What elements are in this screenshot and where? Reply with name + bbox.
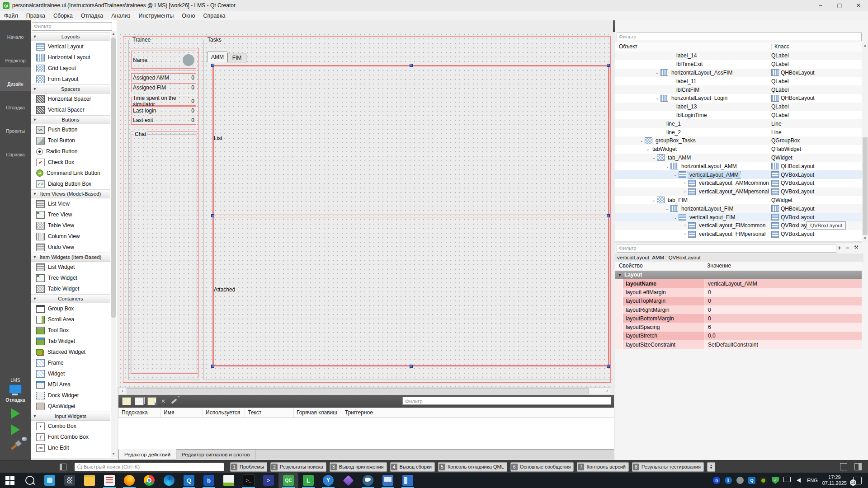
object-tree-row[interactable]: ⌄ horizontalLayout_AMM QHBoxLayout [615,162,862,170]
menu-item[interactable]: Анализ [107,13,134,19]
postgresql[interactable] [358,473,378,488]
expander-icon[interactable]: › [682,181,688,185]
name-row[interactable]: Name [131,51,196,69]
widget-box-item[interactable]: Radio Button [31,146,110,157]
start-button[interactable] [0,473,20,488]
stat-row[interactable]: Last login0 [131,106,196,115]
scroll-down-icon[interactable]: ▼ [111,451,116,457]
add-property-icon[interactable]: + [838,244,841,251]
selection-handle[interactable] [211,365,214,368]
object-tree-row[interactable]: line_1 Line [615,119,862,128]
object-tree-row[interactable]: ⌄ horizontalLayout_FIM QHBoxLayout [615,204,862,213]
tray-icon[interactable] [783,477,791,482]
copy-action-icon[interactable] [135,397,144,405]
expander-icon[interactable]: ⌄ [645,147,651,151]
object-tree-scrollbar[interactable]: ▲ ▼ [862,42,868,241]
backup-app[interactable] [99,473,119,488]
sidebar-toggle-icon[interactable] [60,464,66,470]
object-tree-row[interactable]: label_13 QLabel [615,103,862,111]
widget-category-header[interactable]: ▼Buttons [31,115,110,124]
property-row[interactable]: layoutLeftMargin 0 [615,288,862,296]
menu-item[interactable]: Отладка [77,13,107,19]
chat-groupbox[interactable] [132,134,196,372]
tray-icon[interactable] [795,477,802,484]
language-indicator[interactable]: ENG [807,478,818,483]
bottom-panel-tab[interactable]: Редактор сигналов и слотов [176,450,255,460]
stat-row[interactable]: Last exit0 [131,116,196,125]
expander-icon[interactable]: ⌄ [654,96,660,100]
q-app[interactable]: Q [179,473,199,488]
edge[interactable] [159,473,179,488]
object-tree-row[interactable]: › verticalLayout_AMMpersonal QVBoxLayout [615,188,862,196]
remote-desktop-app[interactable] [378,473,398,488]
scroll-up-icon[interactable]: ▲ [111,31,116,37]
chrome[interactable] [139,473,159,488]
qt-creator[interactable]: QC [278,473,298,488]
menu-item[interactable]: Справка [199,13,229,19]
property-group-header[interactable]: ▼Layout [615,271,862,279]
expander-icon[interactable]: › [682,189,688,194]
tray-icon[interactable]: n [713,477,720,484]
expander-icon[interactable]: ⌄ [638,138,645,143]
widget-box-item[interactable]: Vertical Layout [31,41,110,52]
property-value[interactable]: 0,0 [704,332,862,340]
output-pane-button[interactable]: 8Результаты тестирования [632,462,704,472]
expander-icon[interactable]: ⌄ [651,155,657,160]
widget-box-item[interactable]: Tool Box [31,325,110,336]
property-row[interactable]: layoutBottomMargin 0 [615,314,862,323]
object-tree-row[interactable]: ⌄ verticalLayout_FIM QVBoxLayout [615,213,862,221]
delete-action-icon[interactable]: ✕ [161,398,165,404]
widget-category-header[interactable]: ▼Layouts [31,32,110,41]
output-pane-button[interactable]: 2Результаты поиска [270,462,326,472]
widget-box-item[interactable]: OKPush Button [31,124,110,135]
menu-item[interactable]: Правка [22,13,49,19]
property-value[interactable]: verticalLayout_AMM [704,279,862,288]
property-row[interactable]: layoutSpacing 6 [615,323,862,331]
stat-row[interactable]: Time spent on the simulator0 [131,97,196,106]
widget-category-header[interactable]: ▼Input Widgets [31,412,110,421]
object-tree-row[interactable]: line_2 Line [615,128,862,136]
menu-item[interactable]: Сборка [49,13,77,19]
edit-action-icon[interactable] [147,397,156,405]
photos-app[interactable] [40,473,60,488]
minimize-button[interactable]: – [811,0,830,11]
object-tree-row[interactable]: lblCntFIM QLabel [615,85,862,94]
class-column-header[interactable]: Класс [771,43,789,50]
object-tree-row[interactable]: ⌄ tabWidget QTabWidget [615,145,862,154]
output-pane-button[interactable]: 4Вывод сборки [390,462,435,472]
mode-tab[interactable]: Отладка [0,91,31,114]
notification-center-icon[interactable]: 14 [853,477,862,484]
property-value[interactable]: 0 [704,297,862,305]
widget-box-item[interactable]: Table Widget [31,283,110,294]
property-value[interactable]: 0 [704,305,862,314]
widget-box-item[interactable]: MDI Area [31,379,110,390]
widget-box-item[interactable]: Column View [31,231,110,242]
scroll-left-icon[interactable]: ‹ [119,388,126,394]
output-pane-button[interactable]: 3Вывод приложения [330,462,387,472]
search-button[interactable] [20,473,40,488]
kit-selector-icon[interactable] [9,385,22,394]
widget-category-header[interactable]: ▼Item Views (Model-Based) [31,189,110,198]
mode-tab[interactable]: Начало [0,20,31,44]
tray-icon[interactable]: Q [748,477,755,484]
new-action-icon[interactable] [122,397,131,405]
value-column-header[interactable]: Значение [704,263,731,269]
widget-category-header[interactable]: ▼Containers [31,294,110,303]
stat-row[interactable]: Assigned FIM0 [131,83,196,92]
widget-box-item[interactable]: Frame [31,357,110,368]
close-button[interactable]: ✕ [849,0,868,11]
output-pane-button[interactable]: 1Проблемы [230,462,267,472]
locator-input[interactable]: Быстрый поиск (Ctrl+K) [75,463,224,471]
expander-icon[interactable]: ⌄ [651,198,657,202]
menu-item[interactable]: Инструменты [134,13,178,19]
configure-icon[interactable] [171,399,177,404]
tray-icon[interactable] [760,477,767,484]
property-row[interactable]: layoutRightMargin 0 [615,305,862,314]
calculator-app[interactable] [60,473,80,488]
widget-box-item[interactable]: Dock Widget [31,390,110,401]
form-area[interactable]: Trainee Name Assigned AMM0 Assigned FIM0… [118,32,613,387]
widget-box-item[interactable]: Tree Widget [31,272,110,283]
widget-box-item[interactable]: Undo View [31,242,110,253]
mode-tab[interactable]: Дизайн [0,67,31,91]
gem-app[interactable] [338,473,358,488]
